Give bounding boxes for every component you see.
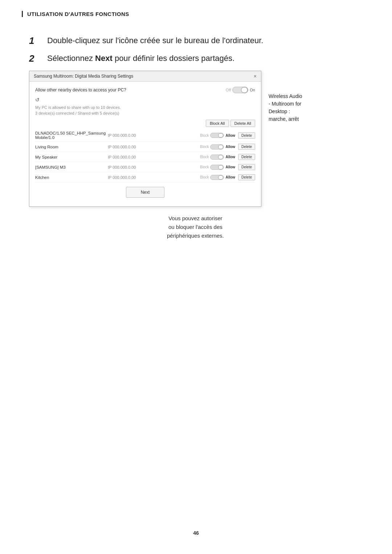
ba-thumb [218, 165, 223, 169]
on-label: On [250, 88, 255, 92]
steps-container: 1 Double-cliquez sur l'icône créée sur l… [29, 35, 370, 64]
delete-device-button[interactable]: Delete [238, 164, 255, 170]
allow-label: Allow [225, 175, 235, 179]
on-off-toggle[interactable]: Off On [226, 87, 255, 93]
device-controls: Block Allow Delete [151, 132, 255, 139]
section-title: UTILISATION D'AUTRES FONCTIONS [27, 11, 129, 17]
dialog-body: Allow other nearby devices to access you… [29, 82, 261, 206]
block-label: Block [200, 155, 209, 159]
toggle-thumb [241, 87, 248, 93]
device-name: Kitchen [35, 175, 108, 180]
device-row: [SAMSUNG] M3 IP 000.000.0.00 Block Allow… [35, 162, 255, 172]
device-list-header: Block All Delete All [35, 120, 255, 127]
delete-device-button[interactable]: Delete [238, 144, 255, 150]
device-name: My Speaker [35, 155, 108, 159]
allow-label: Allow [225, 165, 235, 169]
dialog-title: Samsung Multiroom: Digital Media Sharing… [34, 74, 133, 79]
device-row: Kitchen IP 000.000.0.00 Block Allow Dele… [35, 172, 255, 182]
ba-track[interactable] [210, 155, 224, 160]
step-2-text: Sélectionnez Next pour définir les dossi… [47, 53, 234, 64]
ba-track[interactable] [210, 133, 224, 138]
toggle-track[interactable] [232, 87, 248, 93]
device-controls: Block Allow Delete [151, 174, 255, 180]
wireless-audio-annotation: Wireless Audio - Multiroom for Desktop :… [269, 71, 341, 123]
info-line1: My PC is allowed to share with up to 10 … [35, 105, 255, 110]
block-allow-toggle[interactable]: Block Allow [200, 175, 235, 180]
refresh-icon[interactable]: ↺ [35, 97, 40, 103]
device-ip: IP 000.000.0.00 [108, 145, 151, 149]
device-controls: Block Allow Delete [151, 164, 255, 170]
block-allow-toggle[interactable]: Block Allow [200, 155, 235, 160]
block-label: Block [200, 134, 209, 138]
block-label: Block [200, 145, 209, 149]
device-ip: IP 000.000.0.00 [108, 175, 151, 180]
ba-track[interactable] [210, 165, 224, 170]
device-name: [SAMSUNG] M3 [35, 165, 108, 169]
block-allow-toggle[interactable]: Block Allow [200, 165, 235, 170]
device-ip: IP 000.000.0.00 [108, 133, 151, 138]
ba-thumb [218, 155, 223, 159]
delete-device-button[interactable]: Delete [238, 132, 255, 139]
block-label: Block [200, 165, 209, 169]
device-controls: Block Allow Delete [151, 144, 255, 150]
ba-track[interactable] [210, 144, 224, 149]
dialog-close-button[interactable]: × [254, 74, 257, 79]
device-row: Living Room IP 000.000.0.00 Block Allow … [35, 142, 255, 152]
device-name: DLNADOC/1.50 SEC_HHP_Samsung Mobile/1.0 [35, 131, 108, 140]
step-1-number: 1 [29, 35, 44, 46]
access-question: Allow other nearby devices to access you… [35, 87, 126, 93]
ba-thumb [218, 175, 223, 180]
info-line2: 3 device(s) connected / Shared with 5 de… [35, 111, 255, 116]
refresh-row: ↺ [35, 97, 255, 103]
next-btn-row: Next [35, 182, 255, 201]
ba-thumb [218, 133, 223, 138]
device-name: Living Room [35, 145, 108, 149]
device-controls: Block Allow Delete [151, 154, 255, 160]
annotation-wireless-audio: Wireless Audio - Multiroom for Desktop :… [269, 93, 302, 122]
step-2-number: 2 [29, 53, 44, 64]
access-row: Allow other nearby devices to access you… [35, 87, 255, 93]
page-number: 46 [193, 530, 199, 536]
popup-annotation: Vous pouvez autoriser ou bloquer l'accès… [160, 210, 231, 244]
allow-label: Allow [225, 155, 235, 159]
device-ip: IP 000.000.0.00 [108, 165, 151, 169]
off-label: Off [226, 88, 231, 92]
allow-label: Allow [225, 145, 235, 149]
delete-device-button[interactable]: Delete [238, 174, 255, 180]
step-1: 1 Double-cliquez sur l'icône créée sur l… [29, 35, 370, 46]
device-info-text: My PC is allowed to share with up to 10 … [35, 105, 255, 116]
block-allow-toggle[interactable]: Block Allow [200, 144, 235, 149]
next-button[interactable]: Next [126, 187, 165, 198]
device-list: DLNADOC/1.50 SEC_HHP_Samsung Mobile/1.0 … [35, 129, 255, 182]
device-ip: IP 000.000.0.00 [108, 155, 151, 159]
delete-all-button[interactable]: Delete All [230, 120, 255, 127]
delete-device-button[interactable]: Delete [238, 154, 255, 160]
block-label: Block [200, 175, 209, 179]
block-allow-toggle[interactable]: Block Allow [200, 133, 235, 138]
section-header: UTILISATION D'AUTRES FONCTIONS [22, 11, 370, 17]
allow-label: Allow [225, 134, 235, 138]
device-row: DLNADOC/1.50 SEC_HHP_Samsung Mobile/1.0 … [35, 129, 255, 142]
ba-thumb [218, 145, 223, 149]
ba-track[interactable] [210, 175, 224, 180]
block-all-button[interactable]: Block All [206, 120, 229, 127]
dialog-area: Samsung Multiroom: Digital Media Sharing… [29, 71, 370, 207]
step-1-text: Double-cliquez sur l'icône créée sur le … [47, 35, 263, 46]
dialog-titlebar: Samsung Multiroom: Digital Media Sharing… [29, 71, 261, 82]
dialog-window: Samsung Multiroom: Digital Media Sharing… [29, 71, 261, 207]
device-row: My Speaker IP 000.000.0.00 Block Allow D… [35, 152, 255, 162]
step-2: 2 Sélectionnez Next pour définir les dos… [29, 53, 370, 64]
